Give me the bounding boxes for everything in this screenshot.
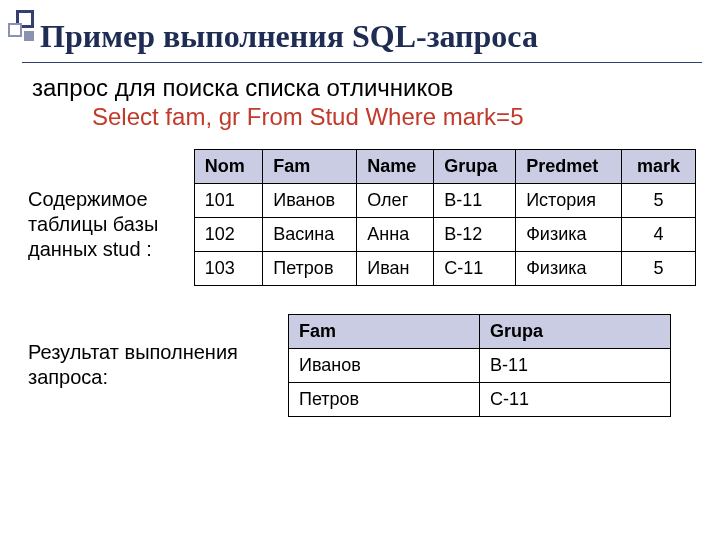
table-header-row: Fam Grupa	[289, 315, 671, 349]
cell: В-11	[480, 349, 671, 383]
col-nom: Nom	[194, 150, 262, 184]
col-grupa: Grupa	[480, 315, 671, 349]
source-table: Nom Fam Name Grupa Predmet mark 101 Иван…	[194, 149, 696, 286]
cell: 5	[622, 184, 696, 218]
cell: Васина	[263, 218, 357, 252]
col-fam: Fam	[263, 150, 357, 184]
square-icon	[24, 31, 34, 41]
cell: 101	[194, 184, 262, 218]
cell: Физика	[516, 218, 622, 252]
table-row: 103 Петров Иван С-11 Физика 5	[194, 252, 695, 286]
table-header-row: Nom Fam Name Grupa Predmet mark	[194, 150, 695, 184]
cell: Олег	[357, 184, 434, 218]
lead-text: запрос для поиска списка отличников	[32, 73, 696, 103]
sql-statement: Select fam, gr From Stud Where mark=5	[32, 103, 696, 132]
page-title: Пример выполнения SQL-запроса	[28, 20, 696, 54]
cell: Анна	[357, 218, 434, 252]
cell: Иван	[357, 252, 434, 286]
col-predmet: Predmet	[516, 150, 622, 184]
cell: В-11	[434, 184, 516, 218]
result-caption: Результат выполнения запроса:	[28, 314, 274, 390]
col-mark: mark	[622, 150, 696, 184]
source-table-row: Содержимое таблицы базы данных stud : No…	[28, 145, 696, 286]
source-caption: Содержимое таблицы базы данных stud :	[28, 145, 184, 262]
cell: Физика	[516, 252, 622, 286]
col-fam: Fam	[289, 315, 480, 349]
table-row: Петров С-11	[289, 383, 671, 417]
col-grupa: Grupa	[434, 150, 516, 184]
result-table: Fam Grupa Иванов В-11 Петров С-11	[288, 314, 671, 417]
cell: 103	[194, 252, 262, 286]
table-row: 102 Васина Анна В-12 Физика 4	[194, 218, 695, 252]
result-table-row: Результат выполнения запроса: Fam Grupa …	[28, 314, 696, 417]
slide: Пример выполнения SQL-запроса запрос для…	[0, 0, 720, 540]
cell: В-12	[434, 218, 516, 252]
cell: История	[516, 184, 622, 218]
table-row: Иванов В-11	[289, 349, 671, 383]
cell: Иванов	[263, 184, 357, 218]
square-icon	[8, 23, 22, 37]
col-name: Name	[357, 150, 434, 184]
title-rule	[22, 62, 702, 63]
cell: С-11	[434, 252, 516, 286]
cell: 102	[194, 218, 262, 252]
cell: Петров	[289, 383, 480, 417]
cell: 5	[622, 252, 696, 286]
cell: Иванов	[289, 349, 480, 383]
table-row: 101 Иванов Олег В-11 История 5	[194, 184, 695, 218]
cell: С-11	[480, 383, 671, 417]
cell: Петров	[263, 252, 357, 286]
cell: 4	[622, 218, 696, 252]
